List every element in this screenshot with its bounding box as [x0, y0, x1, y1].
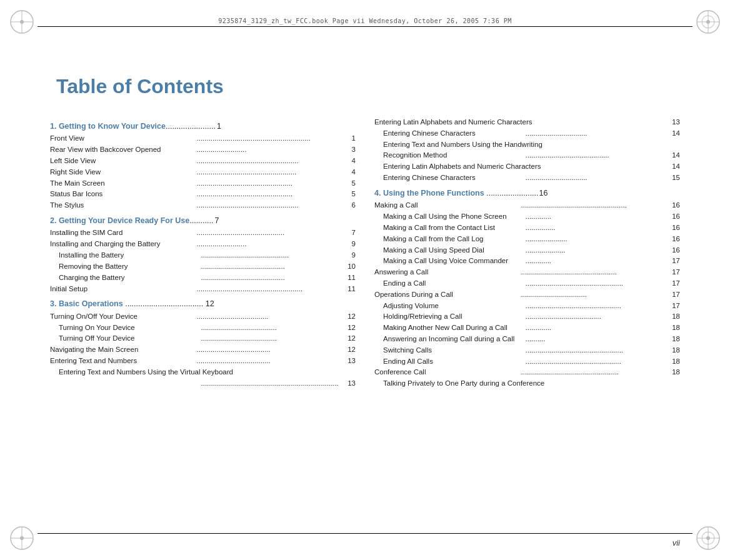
item-recognition-method: Recognition Method .....................…: [374, 150, 680, 161]
section-3-heading: 3. Basic Operations ....................…: [50, 298, 356, 310]
item-answering-call: Answering a Call .......................…: [374, 267, 680, 278]
item-entering-latin-1: Entering Latin Alphabets and Numeric Cha…: [374, 117, 680, 128]
item-virtual-keyboard: Entering Text and Numbers Using the Virt…: [50, 367, 356, 378]
item-operations-during-call: Operations During a Call ...............…: [374, 289, 680, 301]
item-virtual-keyboard-dots: ........................................…: [50, 378, 356, 389]
item-installing-battery: Installing the Battery .................…: [50, 250, 356, 261]
item-voice-commander: Making a Call Using Voice Commander ....…: [374, 256, 680, 267]
item-sim-card: Installing the SIM Card ................…: [50, 228, 356, 239]
header-meta: 9235874_3129_zh_tw_FCC.book Page vii Wed…: [50, 18, 680, 24]
bottom-border: [38, 533, 692, 534]
toc-left-column: 1. Getting to Know Your Device..........…: [50, 117, 356, 389]
item-left-side: Left Side View .........................…: [50, 156, 356, 167]
item-navigating-main: Navigating the Main Screen .............…: [50, 344, 356, 356]
item-rear-view: Rear View with Backcover Opened ........…: [50, 144, 356, 156]
section-4-heading: 4. Using the Phone Functions ...........…: [374, 188, 680, 199]
item-handwriting-label: Entering Text and Numbers Using the Hand…: [374, 139, 680, 151]
toc-columns: 1. Getting to Know Your Device..........…: [50, 117, 680, 389]
item-turning-on: Turning On Your Device .................…: [50, 322, 356, 334]
item-holding-call: Holding/Retrieving a Call ..............…: [374, 311, 680, 322]
item-charging-battery: Installing and Charging the Battery ....…: [50, 239, 356, 250]
page: 9235874_3129_zh_tw_FCC.book Page vii Wed…: [0, 0, 730, 560]
section-1-heading: 1. Getting to Know Your Device..........…: [50, 121, 356, 132]
item-entering-text: Entering Text and Numbers ..............…: [50, 356, 356, 367]
item-phone-screen-call: Making a Call Using the Phone Screen ...…: [374, 211, 680, 222]
item-turning-onoff: Turning On/Off Your Device .............…: [50, 311, 356, 322]
item-removing-battery: Removing the Battery ...................…: [50, 261, 356, 272]
content-area: Table of Contents 1. Getting to Know You…: [50, 38, 680, 522]
corner-mark-tl: [6, 6, 38, 38]
item-making-call: Making a Call ..........................…: [374, 200, 680, 211]
item-ending-call: Ending a Call ..........................…: [374, 278, 680, 289]
item-main-screen: The Main Screen ........................…: [50, 178, 356, 189]
item-initial-setup: Initial Setup ..........................…: [50, 284, 356, 295]
corner-mark-tr: [692, 6, 724, 38]
item-entering-latin-2: Entering Latin Alphabets and Numeric Cha…: [374, 161, 680, 172]
item-speed-dial: Making a Call Using Speed Dial .........…: [374, 245, 680, 256]
item-adjusting-volume: Adjusting Volume .......................…: [374, 301, 680, 312]
top-border: [38, 26, 692, 27]
toc-right-column: Entering Latin Alphabets and Numeric Cha…: [374, 117, 680, 389]
item-front-view: Front View .............................…: [50, 133, 356, 144]
toc-title: Table of Contents: [50, 75, 680, 98]
corner-mark-br: [692, 522, 724, 554]
item-talking-privately: Talking Privately to One Party during a …: [374, 378, 680, 389]
item-ending-all-calls: Ending All Calls .......................…: [374, 356, 680, 368]
item-stylus: The Stylus .............................…: [50, 200, 356, 211]
section-2-heading: 2. Getting Your Device Ready For Use....…: [50, 215, 356, 227]
item-another-new-call: Making Another New Call During a Call ..…: [374, 322, 680, 334]
item-conference-call: Conference Call ........................…: [374, 367, 680, 378]
item-switching-calls: Switching Calls ........................…: [374, 345, 680, 356]
item-chinese-chars-1: Entering Chinese Characters ............…: [374, 128, 680, 139]
item-status-bar: Status Bar Icons .......................…: [50, 189, 356, 200]
item-charging-battery-sub: Charging the Battery ...................…: [50, 272, 356, 284]
item-answering-incoming: Answering an Incoming Call during a Call…: [374, 334, 680, 345]
item-chinese-chars-2: Entering Chinese Characters ............…: [374, 172, 680, 184]
item-right-side: Right Side View ........................…: [50, 167, 356, 178]
item-turning-off: Turning Off Your Device ................…: [50, 333, 356, 344]
corner-mark-bl: [6, 522, 38, 554]
item-call-log-call: Making a Call from the Call Log ........…: [374, 234, 680, 245]
page-number: vii: [672, 538, 680, 548]
item-contact-list-call: Making a Call from the Contact List ....…: [374, 222, 680, 234]
